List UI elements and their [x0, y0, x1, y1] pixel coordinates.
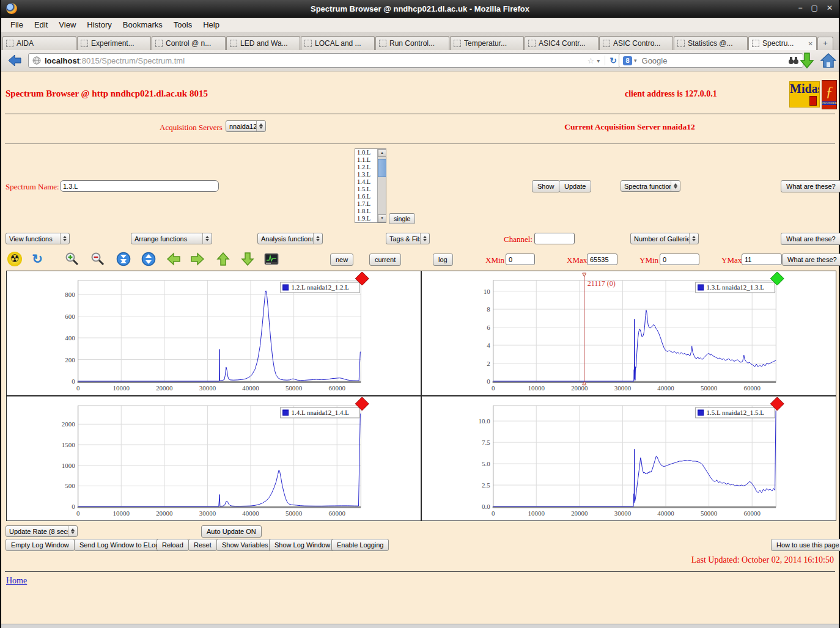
number-of-galleries-select[interactable]: Number of Galleries — [630, 233, 699, 244]
url-bar[interactable]: localhost:8015/Spectrum/Spectrum.tml ☆ ▾… — [28, 53, 621, 68]
what-are-these-button-3[interactable]: What are these? — [782, 254, 840, 266]
tab-spectrum-active[interactable]: Spectru...✕ — [748, 36, 817, 50]
reset-button[interactable]: Reset — [188, 539, 217, 551]
tab-experiment[interactable]: Experiment... — [77, 36, 151, 50]
tab-led[interactable]: LED and Wa... — [226, 36, 300, 50]
search-input[interactable] — [641, 56, 788, 66]
show-button[interactable]: Show — [532, 180, 560, 192]
tab-asic4[interactable]: ASIC4 Contr... — [525, 36, 599, 50]
google-engine-icon[interactable]: 8 — [623, 56, 632, 65]
downloads-icon[interactable] — [800, 53, 814, 71]
view-functions-select[interactable]: View functions — [6, 233, 70, 244]
zoom-in-icon[interactable] — [65, 252, 79, 266]
maximize-icon[interactable]: ▢ — [811, 4, 818, 12]
log-button[interactable]: log — [433, 254, 453, 266]
tab-run-control[interactable]: Run Control... — [375, 36, 449, 50]
show-log-window-button[interactable]: Show Log Window — [269, 539, 336, 551]
acquisition-server-select[interactable]: nnaida12 — [226, 120, 266, 132]
menu-bookmarks[interactable]: Bookmarks — [117, 18, 168, 31]
tab-control[interactable]: Control @ n... — [152, 36, 226, 50]
tab-asic[interactable]: ASIC Contro... — [599, 36, 673, 50]
close-icon[interactable]: ✕ — [827, 4, 833, 12]
pan-right-icon[interactable] — [190, 252, 205, 266]
send-log-to-elog-button[interactable]: Send Log Window to ELog — [74, 539, 164, 551]
arrange-functions-select[interactable]: Arrange functions — [131, 233, 212, 244]
list-item[interactable]: 1.1.L — [357, 156, 377, 164]
channel-input[interactable] — [534, 233, 575, 244]
search-binoculars-icon[interactable] — [788, 56, 799, 65]
menu-history[interactable]: History — [81, 18, 117, 31]
list-item[interactable]: 1.9.L — [357, 215, 377, 222]
reload-button[interactable]: Reload — [157, 539, 189, 551]
spectrum-chart-1-5-L[interactable]: 1.5.L nnaida12_1.5.L01000020000300004000… — [422, 396, 836, 520]
enable-logging-button[interactable]: Enable Logging — [331, 539, 389, 551]
analysis-functions-select[interactable]: Analysis functions — [257, 233, 323, 244]
expand-y-icon[interactable] — [141, 252, 156, 266]
current-button[interactable]: current — [369, 254, 401, 266]
list-item[interactable]: 1.0.L — [357, 149, 377, 156]
tab-close-icon[interactable]: ✕ — [808, 40, 813, 47]
minimize-icon[interactable]: − — [798, 4, 803, 12]
tab-aida[interactable]: AIDA — [2, 36, 76, 50]
tcl-powered-logo[interactable]: ƒ POWERED — [822, 80, 837, 109]
home-link[interactable]: Home — [6, 576, 27, 586]
pan-down-icon[interactable] — [240, 252, 255, 266]
menu-help[interactable]: Help — [197, 18, 225, 31]
scrollbar-thumb[interactable] — [378, 159, 386, 177]
list-item[interactable]: 1.6.L — [357, 193, 377, 200]
reload-icon[interactable]: ↻ — [605, 56, 617, 65]
snapshot-icon[interactable] — [264, 252, 279, 266]
pan-left-icon[interactable] — [166, 252, 181, 266]
tab-temperature[interactable]: Temperatur... — [450, 36, 524, 50]
single-button[interactable]: single — [389, 213, 415, 224]
list-item[interactable]: 1.4.L — [357, 178, 377, 186]
scroll-up-icon[interactable]: ▲ — [378, 149, 386, 157]
zoom-out-icon[interactable] — [90, 252, 105, 266]
list-item[interactable]: 1.8.L — [357, 208, 377, 215]
search-engine-dropdown-icon[interactable]: ▾ — [634, 57, 637, 64]
compress-y-icon[interactable] — [116, 252, 131, 266]
ymin-input[interactable] — [660, 254, 699, 265]
update-button[interactable]: Update — [559, 180, 591, 192]
what-are-these-button-2[interactable]: What are these? — [781, 233, 840, 245]
scroll-down-icon[interactable]: ▼ — [378, 214, 386, 222]
update-rate-select[interactable]: Update Rate (8 secs) — [6, 525, 78, 537]
list-item[interactable]: 1.5.L — [357, 186, 377, 193]
menu-view[interactable]: View — [53, 18, 81, 31]
spectrum-chart-1-2-L[interactable]: 1.2.L nnaida12_1.2.L01000020000300004000… — [7, 271, 421, 395]
ymax-input[interactable] — [742, 254, 782, 265]
menu-tools[interactable]: Tools — [168, 18, 197, 31]
new-tab-button[interactable]: + — [817, 37, 833, 50]
list-item[interactable]: 1.7.L — [357, 200, 377, 208]
show-variables-button[interactable]: Show Variables — [216, 539, 274, 551]
new-button[interactable]: new — [330, 254, 353, 266]
list-item[interactable]: 1.3.L — [357, 171, 377, 178]
tab-statistics[interactable]: Statistics @... — [674, 36, 748, 50]
listbox-scrollbar[interactable]: ▲ ▼ — [377, 149, 386, 222]
spectrum-chart-1-3-L[interactable]: 21117 (0)1.3.L nnaida12_1.3.L01000020000… — [422, 271, 836, 395]
xmax-input[interactable] — [587, 254, 617, 265]
spectrum-chart-1-4-L[interactable]: 1.4.L nnaida12_1.4.L01000020000300004000… — [7, 396, 421, 520]
what-are-these-button-1[interactable]: What are these? — [781, 180, 840, 192]
refresh-icon[interactable]: ↻ — [30, 252, 45, 266]
menu-edit[interactable]: Edit — [29, 18, 53, 31]
back-icon[interactable] — [7, 53, 22, 70]
spectrum-name-input[interactable] — [60, 180, 219, 192]
list-item[interactable]: 1.2.L — [357, 164, 377, 171]
menu-file[interactable]: File — [5, 18, 29, 31]
spectrum-listbox[interactable]: 1.0.L 1.1.L 1.2.L 1.3.L 1.4.L 1.5.L 1.6.… — [355, 148, 386, 223]
auto-update-button[interactable]: Auto Update ON — [201, 525, 262, 538]
bookmark-star-icon[interactable]: ☆ — [588, 56, 595, 65]
empty-log-window-button[interactable]: Empty Log Window — [6, 539, 75, 551]
pan-up-icon[interactable] — [216, 252, 230, 266]
spectra-functions-select[interactable]: Spectra functions — [621, 180, 680, 192]
search-bar[interactable]: 8 ▾ — [619, 53, 803, 68]
midas-logo[interactable]: Midas — [789, 81, 820, 108]
tab-local[interactable]: LOCAL and ... — [301, 36, 375, 50]
radiation-icon[interactable]: ☢ — [7, 252, 22, 266]
url-dropdown-icon[interactable]: ▾ — [597, 57, 600, 64]
home-icon[interactable] — [820, 53, 836, 71]
xmin-input[interactable] — [506, 254, 535, 265]
how-to-use-button[interactable]: How to use this page — [771, 539, 840, 551]
tags-fits-select[interactable]: Tags & Fits — [386, 233, 430, 244]
